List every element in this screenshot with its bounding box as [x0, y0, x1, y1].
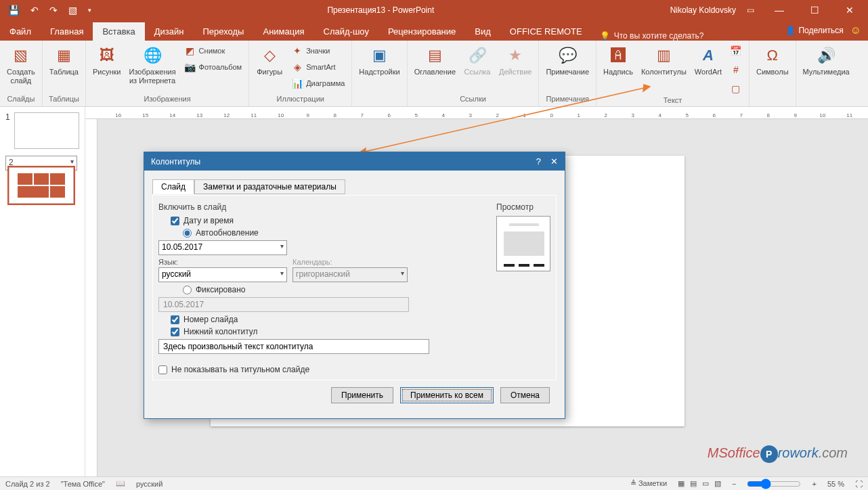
feedback-icon[interactable]: ☺	[850, 24, 861, 37]
user-icon: 👤	[785, 26, 796, 35]
autoupdate-radio[interactable]: Автообновление	[183, 228, 483, 238]
ribbon: ▧Создать слайд Слайды ▦Таблица Таблицы 🖼…	[0, 41, 868, 107]
titlebar-right: Nikolay Koldovsky ▭ — ☐ ✕	[670, 5, 868, 16]
apply-button[interactable]: Применить	[331, 387, 393, 403]
zoom-level[interactable]: 55 %	[827, 480, 844, 488]
horizontal-ruler[interactable]: 1615141312111098765432101234567891011121…	[85, 107, 868, 119]
tab-insert[interactable]: Вставка	[93, 22, 144, 41]
smartart-button[interactable]: ◈SmartArt	[290, 60, 346, 74]
date-time-button[interactable]: 📅	[729, 43, 743, 58]
tab-view[interactable]: Вид	[465, 22, 500, 41]
zoom-slider[interactable]	[747, 478, 801, 489]
thumbnail-2[interactable]: 2	[5, 156, 77, 171]
date-format-select[interactable]: 10.05.2017	[158, 240, 287, 255]
wordart-icon: A	[697, 45, 719, 66]
calendar-select[interactable]: григорианский	[292, 267, 408, 282]
comment-icon: 💬	[557, 45, 578, 66]
reading-view-icon[interactable]: ▭	[702, 479, 709, 488]
pictures-icon: 🖼	[96, 45, 118, 66]
normal-view-icon[interactable]: ▦	[678, 479, 685, 488]
zoom-in-icon[interactable]: +	[812, 480, 816, 488]
minimize-button[interactable]: —	[769, 5, 789, 16]
sorter-view-icon[interactable]: ▤	[690, 479, 697, 488]
tab-notes-handouts[interactable]: Заметки и раздаточные материалы	[194, 179, 345, 194]
dialog-close-icon[interactable]: ✕	[550, 156, 558, 166]
icons-icon: ✦	[291, 45, 303, 57]
slide-number-button[interactable]: #	[729, 62, 743, 77]
footer-text-input[interactable]	[158, 339, 429, 354]
pictures-button[interactable]: 🖼Рисунки	[91, 43, 123, 78]
symbols-button[interactable]: ΩСимволы	[755, 43, 790, 78]
tab-slide[interactable]: Слайд	[152, 179, 194, 194]
maximize-button[interactable]: ☐	[804, 5, 825, 16]
close-button[interactable]: ✕	[840, 5, 860, 16]
media-button[interactable]: 🔊Мультимедиа	[802, 43, 851, 78]
tab-home[interactable]: Главная	[41, 22, 93, 41]
hash-icon: #	[730, 64, 742, 76]
apply-all-button[interactable]: Применить ко всем	[400, 387, 494, 403]
cancel-button[interactable]: Отмена	[500, 387, 550, 403]
toc-button[interactable]: ▤Оглавление	[413, 43, 457, 78]
wordart-button[interactable]: AWordArt	[693, 43, 723, 78]
undo-icon[interactable]: ↶	[30, 5, 39, 16]
start-from-beginning-icon[interactable]: ▧	[68, 5, 77, 16]
tab-file[interactable]: Файл	[0, 22, 41, 41]
toc-icon: ▤	[424, 45, 446, 66]
dialog-help-icon[interactable]: ?	[536, 156, 541, 166]
theme-name[interactable]: "Тема Office"	[61, 480, 105, 488]
zoom-out-icon[interactable]: −	[732, 480, 736, 488]
language-select[interactable]: русский	[158, 267, 287, 282]
user-name[interactable]: Nikolay Koldovsky	[670, 5, 736, 15]
textbox-button[interactable]: 🅰Надпись	[602, 43, 634, 78]
addins-button[interactable]: ▣Надстройки	[357, 43, 401, 78]
header-footer-button[interactable]: ▥Колонтитулы	[640, 43, 688, 78]
online-pictures-button[interactable]: 🌐Изображения из Интернета	[127, 43, 177, 86]
tab-office-remote[interactable]: OFFICE REMOTE	[500, 22, 592, 41]
footer-checkbox[interactable]: Нижний колонтитул	[171, 327, 483, 336]
group-comments: Примечания	[544, 95, 590, 105]
spell-check-icon[interactable]: 📖	[116, 479, 125, 488]
fixed-radio[interactable]: Фиксировано	[183, 285, 483, 294]
calendar-label: Календарь:	[292, 258, 408, 266]
quick-access-toolbar: 💾 ↶ ↷ ▧ ▾	[0, 5, 91, 16]
save-icon[interactable]: 💾	[8, 5, 20, 16]
hide-on-title-checkbox[interactable]: Не показывать на титульном слайде	[158, 365, 483, 374]
table-button[interactable]: ▦Таблица	[48, 43, 80, 78]
slide-number-checkbox[interactable]: Номер слайда	[171, 315, 483, 324]
fixed-date-input[interactable]	[158, 297, 409, 312]
shapes-button[interactable]: ◇Фигуры	[255, 43, 284, 78]
preview-box	[496, 216, 550, 271]
action-button[interactable]: ★Действие	[498, 43, 533, 78]
header-footer-dialog: Колонтитулы ?✕ Слайд Заметки и раздаточн…	[144, 152, 565, 419]
notes-button[interactable]: ≜ Заметки	[630, 479, 667, 488]
tab-transitions[interactable]: Переходы	[193, 22, 253, 41]
thumbnail-1[interactable]: 1	[5, 112, 79, 149]
datetime-checkbox[interactable]: Дату и время	[171, 216, 483, 225]
fit-to-window-icon[interactable]: ⛶	[855, 480, 863, 488]
dialog-titlebar[interactable]: Колонтитулы ?✕	[144, 152, 565, 171]
group-text: Текст	[602, 96, 743, 106]
redo-icon[interactable]: ↷	[49, 5, 58, 16]
photo-album-button[interactable]: 📷Фотоальбом	[183, 60, 244, 74]
chart-button[interactable]: 📊Диаграмма	[290, 76, 346, 91]
signin-link[interactable]: 👤Поделиться	[785, 26, 843, 35]
comment-button[interactable]: 💬Примечание	[544, 43, 590, 78]
addins-icon: ▣	[369, 45, 391, 66]
object-button[interactable]: ▢	[729, 81, 743, 96]
language-status[interactable]: русский	[136, 480, 162, 488]
new-slide-button[interactable]: ▧Создать слайд	[5, 43, 37, 86]
tab-animation[interactable]: Анимация	[253, 22, 313, 41]
tab-review[interactable]: Рецензирование	[378, 22, 465, 41]
slide-count[interactable]: Слайд 2 из 2	[5, 480, 50, 488]
tell-me-search[interactable]: 💡 Что вы хотите сделать?	[600, 31, 704, 41]
slideshow-view-icon[interactable]: ▧	[714, 479, 721, 488]
icons-button[interactable]: ✦Значки	[290, 43, 346, 58]
slide-thumbnail-panel[interactable]: 1 2	[0, 107, 85, 476]
ribbon-options-icon[interactable]: ▭	[747, 5, 754, 15]
dialog-title-text: Колонтитулы	[151, 157, 200, 166]
screenshot-button[interactable]: ◩Снимок	[183, 43, 244, 58]
tab-slideshow[interactable]: Слайд-шоу	[314, 22, 378, 41]
link-button[interactable]: 🔗Ссылка	[462, 43, 492, 78]
tab-design[interactable]: Дизайн	[145, 22, 194, 41]
group-slides: Слайды	[5, 95, 37, 105]
